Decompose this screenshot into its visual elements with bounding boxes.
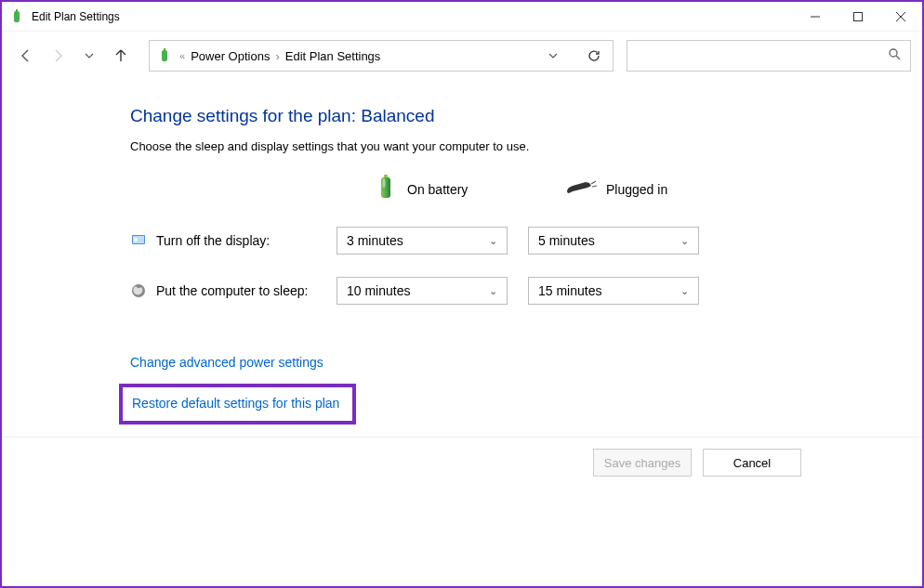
close-button[interactable] — [879, 3, 922, 31]
svg-rect-1 — [16, 9, 18, 11]
sleep-plugged-dropdown[interactable]: 15 minutes ⌄ — [528, 277, 699, 305]
window-title: Edit Plan Settings — [32, 10, 794, 23]
column-battery: On battery — [374, 174, 565, 204]
breadcrumb-item[interactable]: Power Options — [191, 49, 270, 63]
display-plugged-dropdown[interactable]: 5 minutes ⌄ — [528, 227, 699, 255]
refresh-button[interactable] — [583, 45, 605, 67]
minimize-button[interactable] — [794, 3, 837, 31]
chevron-down-icon: ⌄ — [680, 235, 689, 247]
column-label: Plugged in — [606, 182, 667, 197]
up-button[interactable] — [108, 43, 134, 69]
dropdown-value: 5 minutes — [538, 233, 595, 248]
page-heading: Change settings for the plan: Balanced — [130, 106, 922, 126]
dropdown-value: 10 minutes — [347, 283, 410, 298]
column-label: On battery — [407, 182, 468, 197]
svg-line-14 — [592, 186, 597, 187]
svg-point-17 — [134, 238, 138, 242]
sleep-battery-dropdown[interactable]: 10 minutes ⌄ — [337, 277, 508, 305]
save-button[interactable]: Save changes — [593, 449, 692, 477]
svg-line-13 — [591, 181, 596, 184]
back-button[interactable] — [13, 43, 39, 69]
svg-rect-11 — [384, 175, 388, 177]
battery-icon — [374, 174, 398, 204]
restore-highlight: Restore default settings for this plan — [119, 384, 356, 425]
cancel-button[interactable]: Cancel — [703, 449, 801, 477]
svg-rect-10 — [381, 177, 390, 198]
svg-rect-7 — [164, 48, 165, 50]
breadcrumb: Power Options › Edit Plan Settings — [191, 49, 536, 63]
display-battery-dropdown[interactable]: 3 minutes ⌄ — [337, 227, 508, 255]
breadcrumb-item[interactable]: Edit Plan Settings — [285, 49, 381, 63]
chevron-right-icon: › — [275, 49, 279, 63]
chevron-down-icon: ⌄ — [489, 235, 497, 247]
search-input[interactable] — [627, 40, 911, 72]
location-icon — [157, 47, 174, 64]
chevron-down-icon: ⌄ — [680, 285, 689, 297]
dropdown-value: 15 minutes — [538, 283, 601, 298]
row-label-sleep: Put the computer to sleep: — [156, 283, 308, 298]
search-icon — [888, 47, 901, 64]
maximize-button[interactable] — [837, 3, 879, 31]
svg-line-9 — [896, 56, 900, 59]
restore-defaults-link[interactable]: Restore default settings for this plan — [132, 396, 339, 411]
chevron-left-icon: « — [179, 50, 185, 61]
page-subtext: Choose the sleep and display settings th… — [130, 139, 922, 153]
recent-dropdown[interactable] — [76, 43, 102, 69]
sleep-icon — [130, 282, 147, 299]
svg-point-8 — [890, 49, 897, 57]
svg-point-12 — [383, 178, 386, 188]
forward-button[interactable] — [45, 43, 71, 69]
location-bar[interactable]: « Power Options › Edit Plan Settings — [149, 40, 614, 72]
column-plugged: Plugged in — [565, 178, 757, 200]
dropdown-value: 3 minutes — [347, 233, 403, 248]
advanced-settings-link[interactable]: Change advanced power settings — [130, 355, 323, 370]
app-icon — [9, 8, 26, 25]
chevron-down-icon: ⌄ — [489, 285, 497, 297]
svg-rect-0 — [14, 11, 20, 22]
display-icon — [130, 232, 147, 249]
svg-rect-3 — [854, 12, 863, 20]
plug-icon — [565, 178, 597, 200]
location-dropdown[interactable] — [542, 45, 564, 67]
row-label-display: Turn off the display: — [156, 233, 270, 248]
svg-rect-6 — [162, 50, 167, 61]
